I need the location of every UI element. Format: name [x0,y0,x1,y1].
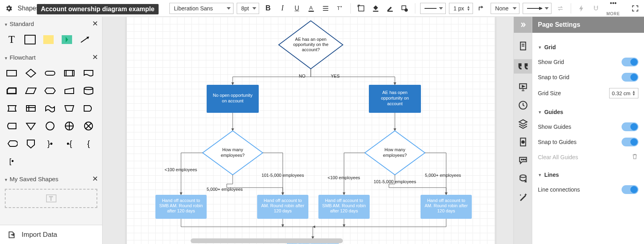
saved-shapes-dropzone[interactable]: T [5,189,97,208]
group-guides[interactable]: ▼Guides [538,109,638,115]
close-icon[interactable]: ✕ [92,53,98,62]
magnet-icon[interactable] [590,3,602,14]
shape-fc-prep[interactable] [43,85,57,97]
line-width-dropdown[interactable]: 1 px ▲▼ [449,3,473,14]
horizontal-scrollbar[interactable] [191,238,343,243]
italic-button[interactable]: I [277,3,288,14]
shape-fc-stored[interactable] [5,120,18,132]
shape-arrow[interactable] [78,34,92,46]
shape-fc-merge[interactable] [24,120,38,132]
grid-size-input[interactable]: 0.32 cm▲▼ [609,88,638,98]
svg-rect-10 [373,10,378,12]
shape-fc-manual-input[interactable] [62,85,76,97]
svg-rect-22 [7,70,16,76]
comment-icon[interactable] [518,155,528,166]
shape-fc-brace2[interactable]: •{ [62,138,76,150]
svg-marker-28 [26,88,36,94]
shape-fc-note[interactable]: [• [5,155,18,167]
import-data-button[interactable]: Import Data [0,225,102,244]
group-lines[interactable]: ▼Lines [538,172,638,178]
shape-fc-connector[interactable] [43,120,57,132]
swap-button[interactable] [555,3,566,14]
magic-icon[interactable] [518,192,528,202]
shape-fc-data[interactable] [24,85,38,97]
snap-grid-toggle[interactable] [622,73,638,82]
presentation-icon[interactable] [518,82,528,92]
border-color-button[interactable] [384,3,396,14]
page-icon[interactable] [518,41,528,51]
chevron-down-icon [513,7,517,10]
collapse-panel-button[interactable] [514,17,532,33]
layers-icon[interactable] [518,118,528,129]
show-grid-toggle[interactable] [622,58,638,66]
snap-guides-toggle[interactable] [622,138,638,146]
line-conn-toggle[interactable] [622,185,638,194]
underline-button[interactable]: U [291,3,302,14]
group-grid[interactable]: ▼Grid [538,44,638,50]
canvas[interactable]: AE has an openopportunity on theaccount?… [103,17,513,244]
data-link-icon[interactable] [518,174,528,184]
section-flowchart[interactable]: ▼Flowchart ✕ [0,50,102,64]
shape-fc-decision[interactable] [24,67,38,79]
shape-text[interactable]: T [5,34,18,46]
shape-fc-or[interactable] [62,120,76,132]
stepper-icon[interactable]: ▲▼ [467,6,470,11]
shape-fc-manual-op[interactable] [62,102,76,114]
font-size-dropdown[interactable]: 8pt [237,3,259,14]
section-standard[interactable]: ▼Standard ✕ [0,17,102,30]
master-page-icon[interactable] [518,137,528,147]
shape-note[interactable] [42,34,55,46]
shape-action[interactable] [60,34,74,46]
shape-rect[interactable] [23,34,37,46]
shape-fc-predef[interactable] [62,67,76,79]
shape-options-button[interactable] [399,3,410,14]
shape-fc-sum[interactable] [82,120,95,132]
gear-icon[interactable] [3,3,14,14]
history-icon[interactable] [518,100,528,110]
shape-fc-internal[interactable] [24,102,38,114]
svg-text:5,000+ employees: 5,000+ employees [425,173,461,178]
text-color-button[interactable]: A [306,3,317,14]
shape-fc-terminator[interactable] [43,67,57,79]
shape-frame-button[interactable] [356,3,367,14]
svg-marker-16 [539,7,542,10]
shape-fc-tape[interactable] [43,102,57,114]
close-icon[interactable]: ✕ [92,174,98,183]
fullscreen-button[interactable] [630,3,641,14]
svg-marker-23 [26,69,36,77]
svg-rect-11 [388,10,393,12]
shape-fc-display[interactable] [5,138,18,150]
arrow-end-dropdown[interactable] [523,3,551,14]
line-style-dropdown[interactable] [420,3,446,14]
svg-text:T: T [337,6,340,11]
line-routing-button[interactable] [476,3,487,14]
arrow-start-dropdown[interactable]: None [491,3,519,14]
shape-fc-offpage[interactable] [24,138,38,150]
svg-rect-24 [45,71,55,75]
svg-text:5,000+ employees: 5,000+ employees [207,187,243,192]
shape-fc-storage[interactable] [5,102,18,114]
chevron-down-icon [252,7,256,10]
align-button[interactable] [320,3,331,14]
font-family-value: Liberation Sans [174,5,213,12]
quote-icon[interactable] [514,59,532,74]
fill-color-button[interactable] [370,3,381,14]
text-options-button[interactable]: T▾ [334,3,346,14]
shape-fc-document[interactable] [82,67,95,79]
shape-fc-database[interactable] [82,85,95,97]
shape-fc-brace1[interactable]: }• [43,138,57,150]
font-family-dropdown[interactable]: Liberation Sans [169,3,233,14]
more-button[interactable]: ••• [608,0,619,6]
shapes-label[interactable]: Shapes [18,5,39,12]
section-saved-shapes[interactable]: ▼My Saved Shapes ✕ [0,172,102,186]
bolt-icon[interactable] [576,3,587,14]
bold-button[interactable]: B [262,3,274,14]
shape-fc-card[interactable] [5,85,18,97]
shape-fc-brace3[interactable]: { [82,138,95,150]
close-icon[interactable]: ✕ [92,19,98,28]
svg-rect-18 [43,35,54,44]
shape-fc-delay[interactable] [82,102,95,114]
shape-fc-process[interactable] [5,67,18,79]
svg-point-37 [46,122,54,130]
show-guides-toggle[interactable] [622,122,638,131]
